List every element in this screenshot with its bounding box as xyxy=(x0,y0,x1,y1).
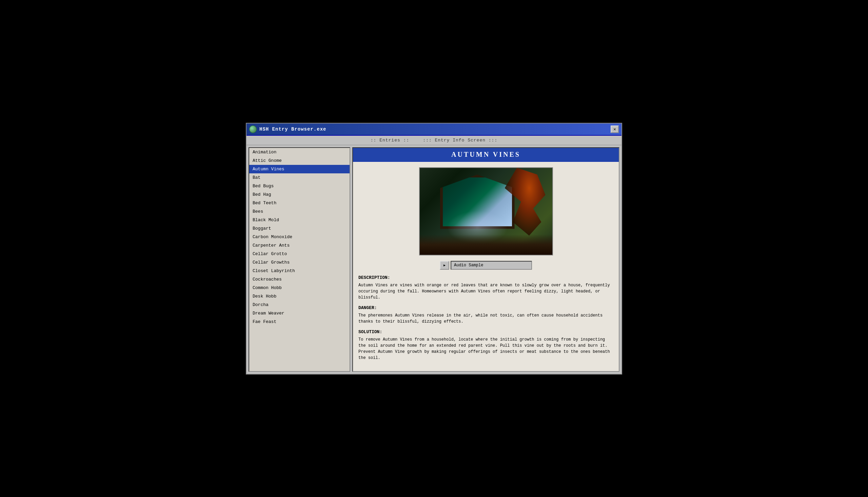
list-item-animation[interactable]: Animation xyxy=(249,148,350,156)
danger-label: DANGER: xyxy=(358,305,613,310)
entry-list-scroll[interactable]: Animation Attic Gnome Autumn Vines Bat B… xyxy=(249,148,350,371)
list-item-desk-hobb[interactable]: Desk Hobb xyxy=(249,292,350,301)
list-item-bed-teeth[interactable]: Bed Teeth xyxy=(249,199,350,207)
list-container: Animation Attic Gnome Autumn Vines Bat B… xyxy=(249,148,350,371)
solution-text: To remove Autumn Vines from a household,… xyxy=(358,337,613,361)
description-text: Autumn Vines are vines with orange or re… xyxy=(358,282,613,301)
main-area: Animation Attic Gnome Autumn Vines Bat B… xyxy=(247,145,621,374)
audio-label: Audio Sample xyxy=(454,263,483,268)
image-ground xyxy=(420,235,552,255)
list-item-bees[interactable]: Bees xyxy=(249,207,350,216)
list-item-dorcha[interactable]: Dorcha xyxy=(249,301,350,309)
app-icon xyxy=(249,126,257,133)
list-item-carbon-monoxide[interactable]: Carbon Monoxide xyxy=(249,233,350,241)
list-item-bed-bugs[interactable]: Bed Bugs xyxy=(249,182,350,190)
list-item-attic-gnome[interactable]: Attic Gnome xyxy=(249,156,350,165)
list-item-carpenter-ants[interactable]: Carpenter Ants xyxy=(249,241,350,250)
list-item-fae-feast[interactable]: Fae Feast xyxy=(249,317,350,326)
play-button[interactable]: ▶ xyxy=(440,261,449,270)
list-item-autumn-vines[interactable]: Autumn Vines xyxy=(249,165,350,173)
app-window: HSH Entry Browser.exe ✕ :: Entries :: ::… xyxy=(246,123,622,374)
title-bar: HSH Entry Browser.exe ✕ xyxy=(247,124,621,136)
list-item-bat[interactable]: Bat xyxy=(249,173,350,182)
entry-info-label: ::: Entry Info Screen ::: xyxy=(423,138,497,143)
entry-list-panel: Animation Attic Gnome Autumn Vines Bat B… xyxy=(249,147,350,372)
description-label: DESCRIPTION: xyxy=(358,275,613,280)
entry-info-panel: AUTUMN VINES ▶ Audio Sam xyxy=(352,147,619,372)
menubar: :: Entries :: ::: Entry Info Screen ::: xyxy=(247,136,621,145)
list-item-dream-weaver[interactable]: Dream Weaver xyxy=(249,309,350,317)
app-title: HSH Entry Browser.exe xyxy=(260,127,326,132)
list-item-cellar-growths[interactable]: Cellar Growths xyxy=(249,258,350,267)
entries-label: :: Entries :: xyxy=(371,138,409,143)
list-item-black-mold[interactable]: Black Mold xyxy=(249,216,350,224)
entry-content: ▶ Audio Sample DESCRIPTION: Autumn Vines… xyxy=(353,162,619,371)
entry-image-container xyxy=(358,167,613,255)
list-item-common-hobb[interactable]: Common Hobb xyxy=(249,284,350,292)
entry-title: AUTUMN VINES xyxy=(451,151,520,158)
list-item-boggart[interactable]: Boggart xyxy=(249,224,350,233)
list-item-closet-labyrinth[interactable]: Closet Labyrinth xyxy=(249,267,350,275)
danger-text: The pheremones Autumn Vines release in t… xyxy=(358,312,613,325)
audio-bar: ▶ Audio Sample xyxy=(358,261,613,270)
entry-image xyxy=(419,167,553,255)
title-bar-left: HSH Entry Browser.exe xyxy=(249,126,326,133)
close-button[interactable]: ✕ xyxy=(610,126,619,133)
list-item-cockroaches[interactable]: Cockroaches xyxy=(249,275,350,284)
entry-title-bar: AUTUMN VINES xyxy=(353,148,619,162)
solution-label: SOLUTION: xyxy=(358,329,613,335)
audio-progress-bar: Audio Sample xyxy=(451,261,532,270)
list-item-cellar-grotto[interactable]: Cellar Grotto xyxy=(249,250,350,258)
list-item-bed-hag[interactable]: Bed Hag xyxy=(249,190,350,199)
